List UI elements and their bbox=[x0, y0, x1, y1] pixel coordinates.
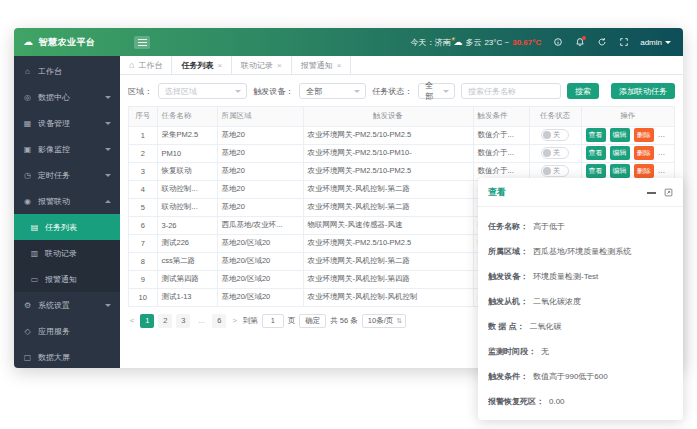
minimize-icon[interactable] bbox=[647, 192, 656, 194]
dialog-field: 触发条件： 数值高于990低于600 bbox=[488, 364, 673, 389]
dialog-field: 所属区域： 西瓜基地/环境质量检测系统 bbox=[488, 239, 673, 264]
more-pages-button[interactable]: ... bbox=[194, 314, 208, 328]
expand-icon[interactable] bbox=[664, 188, 673, 197]
info-icon[interactable] bbox=[552, 37, 563, 48]
confirm-jump-button[interactable]: 确定 bbox=[299, 314, 326, 328]
close-icon[interactable]: × bbox=[337, 61, 342, 70]
dialog-header: 查看 bbox=[478, 178, 683, 207]
sidebar-collapse-button[interactable] bbox=[134, 36, 150, 49]
dialog-field-label: 任务名称： bbox=[488, 214, 528, 239]
task-status-select-value: 全部 bbox=[425, 80, 440, 102]
sidebar-item-device-management[interactable]: ▦ 设备管理 bbox=[14, 110, 120, 136]
delete-button[interactable]: 删除 bbox=[634, 128, 654, 142]
system-settings-icon: ⚙ bbox=[23, 301, 32, 310]
cell-task-name: 联动控制... bbox=[157, 198, 217, 216]
sort-arrows-icon: ⇅ bbox=[396, 317, 402, 325]
sidebar-item-label: 应用服务 bbox=[38, 326, 111, 337]
cell-trigger-device: 物联网网关-风速传感器-风速 bbox=[303, 216, 473, 234]
fullscreen-icon[interactable] bbox=[618, 37, 629, 48]
page-button-3[interactable]: 3 bbox=[176, 314, 190, 328]
task-status-toggle[interactable]: 关 bbox=[541, 129, 569, 141]
header-trigger-condition: 触发条件 bbox=[473, 107, 529, 126]
cell-region: 基地20 bbox=[217, 198, 303, 216]
dialog-field-label: 数 据 点： bbox=[488, 314, 524, 339]
data-center-icon: ◎ bbox=[23, 93, 32, 102]
task-status-toggle[interactable]: 关 bbox=[541, 147, 569, 159]
page-button-6[interactable]: 6 bbox=[212, 314, 226, 328]
next-page-button[interactable]: > bbox=[230, 316, 238, 325]
alarm-record-button[interactable]: 报警记录 bbox=[658, 146, 674, 160]
view-button[interactable]: 查看 bbox=[586, 164, 606, 178]
area-select[interactable]: 选择区域 bbox=[158, 83, 247, 99]
dialog-field-label: 报警恢复死区： bbox=[488, 389, 544, 414]
search-input[interactable] bbox=[461, 83, 561, 99]
cell-index: 1 bbox=[129, 126, 157, 144]
tab-linkage-records[interactable]: 联动记录 × bbox=[232, 56, 292, 74]
view-button[interactable]: 查看 bbox=[586, 128, 606, 142]
close-icon[interactable]: × bbox=[277, 61, 282, 70]
delete-button[interactable]: 删除 bbox=[634, 164, 654, 178]
view-button[interactable]: 查看 bbox=[586, 146, 606, 160]
notification-bell-icon[interactable] bbox=[574, 37, 585, 48]
task-status-select[interactable]: 全部 bbox=[418, 83, 455, 99]
weather-city-label: 今天：济南 bbox=[410, 37, 450, 48]
alarm-record-button[interactable]: 报警记录 bbox=[658, 164, 674, 178]
toggle-knob-icon bbox=[543, 149, 551, 157]
video-monitor-icon: ▣ bbox=[23, 145, 32, 154]
cell-index: 4 bbox=[129, 180, 157, 198]
sidebar-item-label: 工作台 bbox=[38, 66, 111, 77]
sidebar-item-workbench[interactable]: ⌂ 工作台 bbox=[14, 58, 120, 84]
header-index: 序号 bbox=[129, 107, 157, 126]
delete-button[interactable]: 删除 bbox=[634, 146, 654, 160]
page-button-1[interactable]: 1 bbox=[140, 314, 154, 328]
prev-page-button[interactable]: < bbox=[128, 316, 136, 325]
dialog-title: 查看 bbox=[488, 186, 506, 199]
tab-alarm-notifications[interactable]: 报警通知 × bbox=[292, 56, 352, 74]
task-status-toggle[interactable]: 关 bbox=[541, 165, 569, 177]
edit-button[interactable]: 编辑 bbox=[610, 146, 630, 160]
sidebar-item-alarm-linkage[interactable]: ◉ 报警联动 bbox=[14, 188, 120, 214]
toggle-knob-icon bbox=[543, 131, 551, 139]
sidebar-item-linkage-records[interactable]: ▥ 联动记录 bbox=[14, 240, 120, 266]
sidebar-item-label: 影像监控 bbox=[38, 144, 99, 155]
toggle-off-label: 关 bbox=[553, 166, 560, 176]
trigger-device-select[interactable]: 全部 bbox=[299, 83, 366, 99]
page-button-2[interactable]: 2 bbox=[158, 314, 172, 328]
cell-index: 7 bbox=[129, 234, 157, 252]
cell-task-name: 联动控制... bbox=[157, 180, 217, 198]
sidebar-item-app-services[interactable]: ◇ 应用服务 bbox=[14, 318, 120, 344]
alarm-record-button[interactable]: 报警记录 bbox=[658, 128, 674, 142]
sidebar-item-timed-tasks[interactable]: ◷ 定时任务 bbox=[14, 162, 120, 188]
tab-task-list[interactable]: 任务列表 × bbox=[172, 56, 232, 74]
header-task-status: 任务状态 bbox=[529, 107, 581, 126]
edit-button[interactable]: 编辑 bbox=[610, 164, 630, 178]
page-background: ☁ 智慧农业平台 今天：济南 ☀☁ 多云 23°C ~ 30.67°C bbox=[0, 0, 697, 429]
sidebar-item-system-settings[interactable]: ⚙ 系统设置 bbox=[14, 292, 120, 318]
refresh-icon[interactable] bbox=[596, 37, 607, 48]
toggle-off-label: 关 bbox=[553, 148, 560, 158]
dialog-field-value: 西瓜基地/环境质量检测系统 bbox=[533, 239, 631, 264]
close-icon[interactable]: × bbox=[217, 61, 222, 70]
cell-task-name: 恢复联动 bbox=[157, 162, 217, 180]
cell-index: 5 bbox=[129, 198, 157, 216]
sidebar-item-task-list[interactable]: ▤ 任务列表 bbox=[14, 214, 120, 240]
data-dashboard-icon: ▢ bbox=[23, 353, 32, 362]
sidebar-item-label: 数据大屏 bbox=[38, 352, 111, 363]
sidebar-item-alarm-notifications[interactable]: ▭ 报警通知 bbox=[14, 266, 120, 292]
add-linkage-task-button[interactable]: 添加联动任务 bbox=[611, 83, 675, 99]
search-button[interactable]: 搜索 bbox=[567, 83, 599, 99]
user-menu[interactable]: admin bbox=[640, 38, 671, 47]
cell-trigger-device: 农业环境网关-PM2.5/10-PM2.5 bbox=[303, 126, 473, 144]
tab-workbench[interactable]: ⌂ 工作台 bbox=[120, 56, 172, 74]
sidebar-item-data-center[interactable]: ◎ 数据中心 bbox=[14, 84, 120, 110]
sidebar-item-label: 任务列表 bbox=[45, 222, 111, 233]
home-icon: ⌂ bbox=[129, 60, 134, 70]
table-row: 2 PM10 基地20 农业环境网关-PM2.5/10-PM10- 数值介于..… bbox=[129, 144, 674, 162]
page-size-select[interactable]: 10条/页 ⇅ bbox=[362, 314, 406, 328]
sidebar-item-data-dashboard[interactable]: ▢ 数据大屏 bbox=[14, 344, 120, 368]
cell-region: 基地20/区域20 bbox=[217, 252, 303, 270]
tab-bar: ⌂ 工作台 任务列表 × 联动记录 × 报警通知 × bbox=[120, 56, 683, 75]
sidebar-item-video-monitor[interactable]: ▣ 影像监控 bbox=[14, 136, 120, 162]
edit-button[interactable]: 编辑 bbox=[610, 128, 630, 142]
jump-page-input[interactable] bbox=[262, 314, 284, 328]
